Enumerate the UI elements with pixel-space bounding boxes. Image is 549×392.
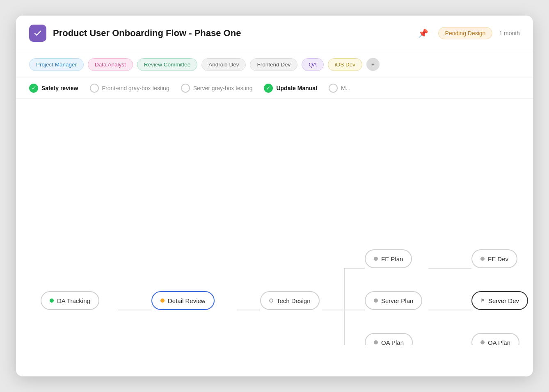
node-qa-plan-left-label: QA Plan <box>381 339 404 345</box>
task-check-empty-icon <box>90 84 99 93</box>
dot-gray-icon-5 <box>480 340 485 344</box>
assignees-row: Project Manager Data Analyst Review Comm… <box>16 51 533 78</box>
node-fe-plan-label: FE Plan <box>381 255 403 262</box>
task-update-manual-label: Update Manual <box>276 85 317 91</box>
dot-yellow-icon <box>160 299 165 303</box>
status-badge[interactable]: Pending Design <box>438 27 493 39</box>
tasks-row: ✓ Safety review Front-end gray-box testi… <box>16 78 533 99</box>
node-server-plan-label: Server Plan <box>381 297 413 304</box>
task-check-empty-icon-2 <box>181 84 190 93</box>
flag-icon: ⚑ <box>480 298 485 303</box>
node-fe-dev-label: FE Dev <box>488 255 508 262</box>
dot-empty-icon <box>269 299 273 303</box>
node-fe-dev[interactable]: FE Dev <box>471 249 517 268</box>
task-server-gray-label: Server gray-box testing <box>193 85 253 91</box>
assignee-tag-da[interactable]: Data Analyst <box>88 58 133 71</box>
header-bar: Product User Onboarding Flow - Phase One… <box>16 16 533 51</box>
pin-icon: 📌 <box>418 28 428 38</box>
node-detail-review[interactable]: Detail Review <box>151 291 215 310</box>
node-tech-design[interactable]: Tech Design <box>260 291 320 310</box>
task-fe-gray[interactable]: Front-end gray-box testing <box>90 84 169 93</box>
node-da-tracking[interactable]: DA Tracking <box>41 291 99 310</box>
task-update-manual[interactable]: ✓ Update Manual <box>264 84 317 93</box>
task-server-gray[interactable]: Server gray-box testing <box>181 84 253 93</box>
duration-label: 1 month <box>499 30 520 36</box>
main-window: Product User Onboarding Flow - Phase One… <box>16 16 533 376</box>
dot-gray-icon-2 <box>374 299 378 303</box>
node-server-dev[interactable]: ⚑ Server Dev <box>471 291 528 310</box>
node-fe-plan[interactable]: FE Plan <box>365 249 412 268</box>
node-detail-review-label: Detail Review <box>168 297 206 304</box>
task-check-done-icon-2: ✓ <box>264 84 273 93</box>
task-safety-label: Safety review <box>41 85 78 91</box>
node-qa-plan-right-label: QA Plan <box>488 339 510 345</box>
node-tech-design-label: Tech Design <box>277 297 311 304</box>
task-check-done-icon: ✓ <box>29 84 38 93</box>
dot-gray-icon-4 <box>480 257 485 261</box>
assignee-tag-qa[interactable]: QA <box>302 58 324 71</box>
app-icon <box>29 25 46 42</box>
page-title: Product User Onboarding Flow - Phase One <box>53 28 412 39</box>
task-check-empty-icon-3 <box>329 84 338 93</box>
flow-diagram: DA Tracking Detail Review Tech Design FE… <box>16 99 533 345</box>
assignee-tag-fd[interactable]: Frontend Dev <box>250 58 297 71</box>
task-more-label: M... <box>341 85 350 91</box>
task-safety[interactable]: ✓ Safety review <box>29 84 78 93</box>
assignee-tag-rc[interactable]: Review Committee <box>137 58 197 71</box>
node-server-plan[interactable]: Server Plan <box>365 291 422 310</box>
node-qa-plan-right[interactable]: QA Plan <box>471 333 519 345</box>
node-da-tracking-label: DA Tracking <box>57 297 90 304</box>
dot-gray-icon-1 <box>374 257 378 261</box>
node-qa-plan-left[interactable]: QA Plan <box>365 333 413 345</box>
assignee-tag-ad[interactable]: Android Dev <box>201 58 246 71</box>
dot-gray-icon-3 <box>374 340 378 344</box>
assignee-tag-ios[interactable]: iOS Dev <box>328 58 362 71</box>
node-server-dev-label: Server Dev <box>488 297 519 304</box>
assignee-more-button[interactable]: + <box>366 58 380 71</box>
task-fe-gray-label: Front-end gray-box testing <box>102 85 169 91</box>
task-more[interactable]: M... <box>329 84 350 93</box>
dot-green-icon <box>50 299 54 303</box>
assignee-tag-pm[interactable]: Project Manager <box>29 58 84 71</box>
